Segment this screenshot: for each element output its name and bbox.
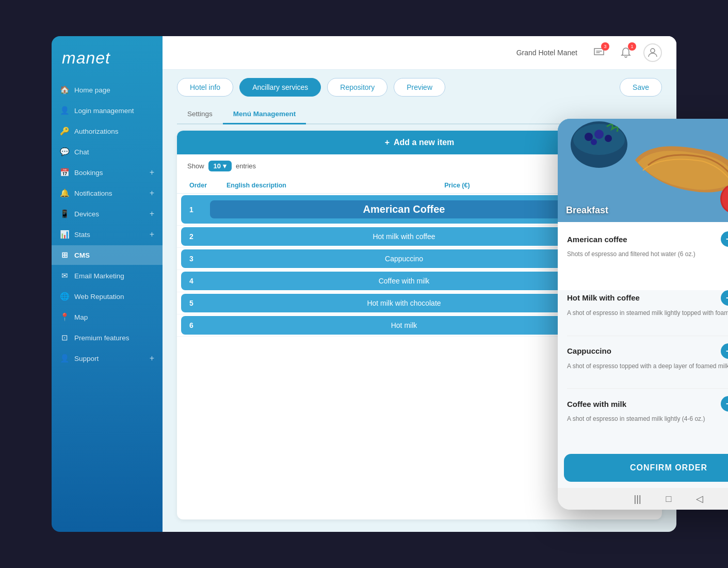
qty-decrease-btn[interactable]: − [721,396,728,412]
subtab-menu-management[interactable]: Menú Management [223,105,306,124]
subtab-settings[interactable]: Settings [177,105,223,124]
auth-icon: 🔑 [60,127,69,136]
qty-control: − 0 + [721,396,728,412]
email-icon: ✉ [60,271,69,280]
devices-icon: 📱 [60,209,69,218]
sidebar-item-label: Devices [74,210,99,218]
messages-button[interactable]: 3 [590,43,608,62]
tab-hotel-info[interactable]: Hotel info [177,78,233,97]
entries-select[interactable]: 10 ▾ [208,161,232,171]
support-icon: 👤 [60,354,69,363]
item-desc: A shot of espresso in steamed milk light… [567,309,728,318]
top-header: Grand Hotel Manet 3 1 [163,36,676,70]
show-label: Show [187,162,204,170]
list-item: Coffee with milk − 0 + A shot of espress… [567,396,728,441]
item-name: Hot Milk with coffee [567,293,640,302]
tab-ancillary[interactable]: Ancillary services [239,78,321,97]
list-item: Hot Milk with coffee − 0 + A shot of esp… [567,290,728,336]
item-name: Coffee with milk [567,400,626,408]
alerts-badge: 1 [628,42,636,51]
home-icon: 🏠 [60,85,69,94]
sidebar-item-bookings[interactable]: 📅 Bookings + [52,163,163,182]
phone-hero-image: Breakfast › [558,119,728,222]
item-name: Cappuccino [567,346,611,355]
sidebar-item-label: Stats [74,231,90,239]
sidebar-item-label: Chat [74,148,89,156]
bookings-expand-icon[interactable]: + [150,168,154,177]
devices-expand-icon[interactable]: + [150,209,154,218]
sidebar-item-chat[interactable]: 💬 Chat [52,142,163,162]
item-desc: A shot of espresso topped with a deep la… [567,362,728,371]
qty-control: − 0 + [721,290,728,306]
sidebar-item-label: Notifications [74,190,112,197]
main-tabs: Hotel info Ancillary services Repository… [163,70,676,97]
sidebar-item-label: Map [74,313,88,321]
sidebar-item-premium[interactable]: ⊡ Premium features [52,328,163,348]
phone-menu-icon: ||| [634,494,641,504]
phone-nav-bar: ||| □ ◁ [558,488,728,510]
featured-item-desc: Shots of espresso and filtered hot water… [567,250,728,259]
row-description: Hot milk with coffee [210,232,598,241]
row-order-num: 2 [189,232,210,241]
support-expand-icon[interactable]: + [150,354,154,363]
row-order-num: 6 [189,321,210,329]
qty-decrease-btn[interactable]: − [721,343,728,359]
sidebar-item-label: CMS [74,251,90,259]
col-desc: English description [218,178,436,194]
phone-preview: Breakfast › American coffee − 2 + Shots … [558,119,728,510]
tab-save[interactable]: Save [620,78,662,97]
map-icon: 📍 [60,312,69,322]
sidebar-item-support[interactable]: 👤 Support + [52,349,163,368]
sidebar-item-stats[interactable]: 📊 Stats + [52,225,163,244]
row-order-num: 1 [189,206,210,214]
col-order: Order [177,178,218,194]
messages-badge: 3 [601,42,609,51]
row-description: Coffee with milk [210,277,598,285]
svg-point-0 [651,49,655,53]
qty-decrease-btn[interactable]: − [721,290,728,306]
order-items-list: Hot Milk with coffee − 0 + A shot of esp… [558,290,728,449]
order-panel: American coffee − 2 + Shots of espresso … [558,222,728,290]
alerts-button[interactable]: 1 [617,43,635,62]
sidebar-item-cms[interactable]: ⊞ CMS [52,245,163,265]
row-description: American Coffee [210,200,598,218]
item-price: €4,00 [567,372,728,381]
featured-qty-decrease[interactable]: − [721,231,728,247]
sidebar-item-devices[interactable]: 📱 Devices + [52,204,163,224]
sidebar-item-label: Bookings [74,169,103,177]
sidebar-item-label: Authorizations [74,128,119,135]
col-price: Price (€) [436,178,556,194]
svg-point-4 [585,133,593,141]
entries-label: entries [236,162,256,170]
row-order-num: 5 [189,299,210,307]
tab-repository[interactable]: Repository [327,78,387,97]
svg-point-7 [591,139,597,145]
confirm-order-button[interactable]: CONFIRM ORDER [564,454,728,482]
sidebar-item-home[interactable]: 🏠 Home page [52,80,163,100]
stats-expand-icon[interactable]: + [150,230,154,239]
notifications-icon: 🔔 [60,188,69,198]
sidebar: manet 🏠 Home page 👤 Login management 🔑 A… [52,36,163,532]
featured-qty-control: − 2 + [721,231,728,247]
app-logo: manet [52,49,163,80]
sidebar-item-label: Support [74,355,99,362]
hotel-name: Grand Hotel Manet [516,49,577,57]
row-description: Cappuccino [210,255,598,263]
row-order-num: 3 [189,255,210,263]
sidebar-item-map[interactable]: 📍 Map [52,307,163,327]
list-item: Cappuccino − 0 + A shot of espresso topp… [567,343,728,389]
tab-preview[interactable]: Preview [394,78,445,97]
sidebar-item-webreputation[interactable]: 🌐 Web Reputation [52,287,163,306]
sidebar-item-label: Home page [74,86,110,94]
sidebar-item-login[interactable]: 👤 Login management [52,101,163,120]
item-desc: A shot of espresso in steamed milk light… [567,415,728,423]
phone-home-icon: □ [666,494,672,504]
sidebar-item-email[interactable]: ✉ Email Marketing [52,266,163,286]
webreputation-icon: 🌐 [60,292,69,301]
qty-control: − 0 + [721,343,728,359]
user-avatar[interactable] [643,43,662,62]
sidebar-item-notifications[interactable]: 🔔 Notifications + [52,183,163,203]
sidebar-item-authorizations[interactable]: 🔑 Authorizations [52,121,163,141]
notifications-expand-icon[interactable]: + [150,188,154,198]
sidebar-item-label: Email Marketing [74,272,124,280]
